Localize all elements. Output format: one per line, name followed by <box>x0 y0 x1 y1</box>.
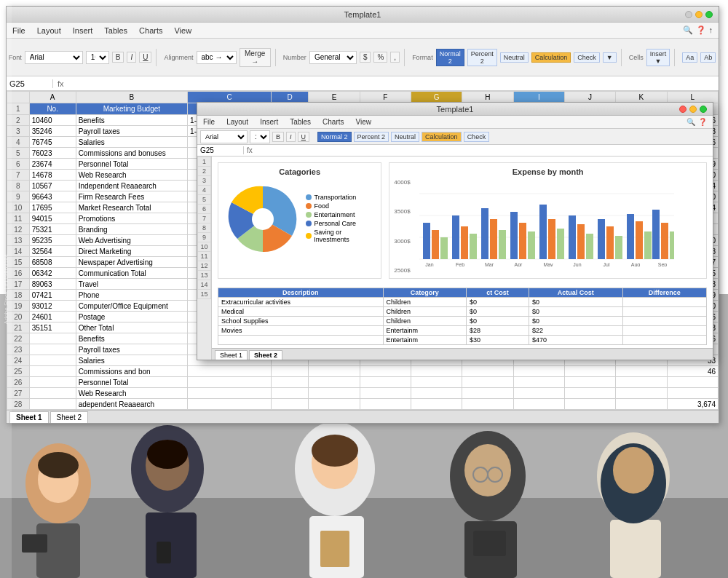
fontsize-select[interactable]: 16 <box>86 51 109 64</box>
table-row[interactable]: School SuppliesChildren$0$0 <box>218 317 707 326</box>
grid-cell[interactable]: Postage <box>76 312 187 322</box>
grid-cell[interactable]: 07421 <box>29 290 76 301</box>
number-select[interactable]: General <box>309 51 357 64</box>
grid-cell[interactable]: 94015 <box>29 213 76 224</box>
grid-cell[interactable] <box>360 366 411 377</box>
grid-cell[interactable]: Other Total <box>76 322 187 333</box>
grid-cell[interactable]: Salaries <box>76 355 187 366</box>
table-row[interactable]: 26Personnel Total <box>7 377 719 388</box>
help-icon[interactable]: ❓ <box>696 25 706 35</box>
grid-cell[interactable] <box>188 388 272 399</box>
grid-cell[interactable] <box>360 388 411 399</box>
grid-cell[interactable] <box>616 388 667 399</box>
grid-cell[interactable] <box>513 388 564 399</box>
s2-menu-charts[interactable]: Charts <box>323 118 344 126</box>
s2-font-select[interactable]: Arial <box>200 130 248 143</box>
table-row[interactable]: Entertainm$30$470 <box>218 336 707 345</box>
share-icon[interactable]: ↑ <box>709 25 713 35</box>
sheet2-tab[interactable]: Sheet 2 <box>50 411 88 423</box>
grid-cell[interactable] <box>411 366 462 377</box>
grid-cell[interactable]: Promotions <box>76 213 187 224</box>
window-controls[interactable] <box>685 11 713 18</box>
second-maximize[interactable] <box>700 106 707 113</box>
grid-cell[interactable] <box>188 366 272 377</box>
grid-cell[interactable]: 35246 <box>29 126 76 137</box>
menu-view[interactable]: View <box>174 26 191 35</box>
grid-cell[interactable] <box>29 388 76 399</box>
grid-cell[interactable] <box>616 399 667 410</box>
grid-cell[interactable]: 24601 <box>29 312 76 322</box>
s2-bold-btn[interactable]: B <box>272 132 284 142</box>
grid-cell[interactable]: 76745 <box>29 137 76 148</box>
s2-help-icon[interactable]: ❓ <box>698 118 707 126</box>
s2-normal2-btn[interactable]: Normal 2 <box>317 132 352 142</box>
grid-cell[interactable]: adependent Reaaearch <box>76 399 187 410</box>
grid-cell[interactable] <box>29 377 76 388</box>
grid-cell[interactable]: 75321 <box>29 224 76 235</box>
s2-check-btn[interactable]: Check <box>464 132 490 142</box>
grid-cell[interactable]: Branding <box>76 224 187 235</box>
grid-cell[interactable] <box>667 377 718 388</box>
table-row[interactable]: MoviesEntertainm$28$22 <box>218 326 707 336</box>
grid-cell[interactable] <box>462 388 513 399</box>
grid-cell[interactable]: 10460 <box>29 115 76 126</box>
grid-cell[interactable] <box>513 377 564 388</box>
grid-cell[interactable] <box>616 366 667 377</box>
grid-cell[interactable]: 35151 <box>29 322 76 333</box>
menu-insert[interactable]: Insert <box>73 26 93 35</box>
menu-tables[interactable]: Tables <box>104 26 127 35</box>
second-minimize[interactable] <box>689 106 697 113</box>
grid-cell[interactable] <box>411 377 462 388</box>
grid-cell[interactable]: Web Research <box>76 388 187 399</box>
grid-cell[interactable]: Benefits <box>76 115 187 126</box>
grid-cell[interactable]: 96643 <box>29 191 76 202</box>
menu-file[interactable]: File <box>12 26 25 35</box>
check-btn[interactable]: Check <box>574 52 600 63</box>
s2-menu-insert[interactable]: Insert <box>260 118 278 126</box>
grid-cell[interactable]: 3,674 <box>667 399 718 410</box>
insert-cell-btn[interactable]: Insert ▼ <box>646 49 670 66</box>
grid-cell[interactable]: Web Research <box>76 170 187 181</box>
grid-cell[interactable]: Web Advertising <box>76 235 187 246</box>
grid-cell[interactable] <box>564 388 615 399</box>
grid-cell[interactable] <box>462 366 513 377</box>
s2-formula-input[interactable] <box>256 146 710 154</box>
grid-cell[interactable]: 14678 <box>29 170 76 181</box>
grid-cell[interactable]: Payroll taxes <box>76 126 187 137</box>
calculation-btn[interactable]: Calculation <box>531 52 571 63</box>
s2-percent2-btn[interactable]: Percent 2 <box>354 132 389 142</box>
s2-calc-btn[interactable]: Calculation <box>422 132 462 142</box>
s2-menu-view[interactable]: View <box>356 118 372 126</box>
grid-cell[interactable]: Direct Marketing <box>76 246 187 257</box>
second-close[interactable] <box>679 106 687 113</box>
grid-cell[interactable]: Personnel Total <box>76 159 187 170</box>
s2-sheet1-tab[interactable]: Sheet 1 <box>215 350 248 360</box>
grid-cell[interactable]: 17695 <box>29 202 76 213</box>
grid-cell[interactable]: 76023 <box>29 148 76 159</box>
grid-cell[interactable] <box>411 388 462 399</box>
table-row[interactable]: MedicalChildren$0$0 <box>218 307 707 317</box>
grid-cell[interactable] <box>309 399 360 410</box>
s2-menu-layout[interactable]: Layout <box>226 118 248 126</box>
grid-cell[interactable] <box>188 399 272 410</box>
grid-cell[interactable] <box>667 388 718 399</box>
alignment-select[interactable]: abc → <box>197 51 237 64</box>
grid-cell[interactable]: Computer/Office Equipment <box>76 301 187 312</box>
neutral-btn[interactable]: Neutral <box>500 52 529 63</box>
search-icon[interactable]: 🔍 <box>683 25 693 35</box>
grid-cell[interactable]: 89063 <box>29 279 76 290</box>
grid-cell[interactable]: 32564 <box>29 246 76 257</box>
grid-cell[interactable] <box>272 399 309 410</box>
s2-size-select[interactable]: 16 <box>250 130 270 143</box>
grid-cell[interactable]: Commissions and bon <box>76 366 187 377</box>
grid-cell[interactable]: Market Research Total <box>76 202 187 213</box>
table-row[interactable]: 25Commissions and bon46 <box>7 366 719 377</box>
grid-cell[interactable]: Travel <box>76 279 187 290</box>
grid-cell[interactable]: Salaries <box>76 137 187 148</box>
grid-cell[interactable] <box>272 388 309 399</box>
grid-cell[interactable]: Commissions and bonuses <box>76 148 187 159</box>
font-select[interactable]: Arial <box>25 51 83 64</box>
grid-cell[interactable]: Firm Research Fees <box>76 191 187 202</box>
grid-cell[interactable]: Newspaper Advertising <box>76 257 187 268</box>
grid-cell[interactable] <box>309 366 360 377</box>
